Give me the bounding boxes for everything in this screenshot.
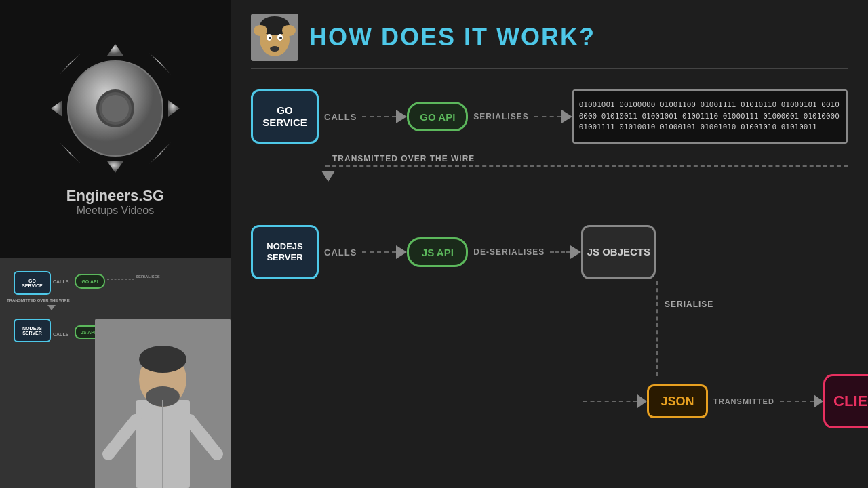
svg-point-30 <box>270 46 279 52</box>
js-api-box: JS API <box>407 237 468 267</box>
slide-title: HOW DOES IT WORK? <box>309 23 595 52</box>
binary-text: 01001001 00100000 01001100 01001111 0101… <box>579 100 841 134</box>
vert-dashed-serialise <box>656 281 658 376</box>
mini-transmitted: TRANSMITTED OVER THE WIRE <box>7 298 70 302</box>
logo-area: Engineers.SG Meetups Videos <box>0 0 231 258</box>
dashed-pre-json <box>583 401 637 402</box>
serialises-label: SERIALISES <box>473 112 528 121</box>
slide-panel: HOW DOES IT WORK? GOSERVICE CALLS GO API… <box>231 0 868 488</box>
go-api-box: GO API <box>407 102 468 131</box>
go-service-label: GOSERVICE <box>262 104 307 129</box>
svg-marker-7 <box>149 53 171 75</box>
mini-go-service: GOSERVICE <box>14 271 51 295</box>
calls-label-1: CALLS <box>324 112 357 122</box>
jackie-icon <box>251 14 298 61</box>
json-box: JSON <box>647 384 708 418</box>
svg-marker-4 <box>60 53 81 75</box>
diagram: GOSERVICE CALLS GO API SERIALISES 010010… <box>251 83 848 462</box>
serialise-label: SERIALISE <box>665 300 713 309</box>
mini-nodejs: NODEJSSERVER <box>14 319 51 342</box>
presenter-figure <box>95 319 231 488</box>
js-objects-box: JS OBJECTS <box>581 225 656 279</box>
mini-serialises <box>107 279 134 280</box>
svg-marker-3 <box>168 100 180 117</box>
down-arrow-wire <box>321 171 335 182</box>
calls-label-2: CALLS <box>324 247 357 258</box>
arrow-to-client <box>814 394 823 408</box>
mini-calls-label: CALLS <box>53 279 68 284</box>
mini-go-api: GO API <box>75 274 105 289</box>
mini-calls2: CALLS <box>53 332 68 337</box>
json-label: JSON <box>660 394 694 409</box>
jackie-svg <box>251 14 298 61</box>
transmitted-label: TRANSMITTED OVER THE WIRE <box>332 154 475 163</box>
brand-name: Engineers.SG <box>66 187 164 205</box>
horiz-dashed-wire <box>326 165 848 167</box>
dashed-pre-client <box>780 401 814 402</box>
video-area: GOSERVICE CALLS GO API SERIALISES TRANSM… <box>0 258 231 488</box>
mini-serialises-label: SERIALISES <box>136 274 160 279</box>
presenter-svg <box>95 319 231 488</box>
serialise-row: JSON TRANSMITTED CLIENT <box>583 374 868 428</box>
svg-marker-0 <box>107 44 123 56</box>
arrow-4 <box>570 245 581 259</box>
client-box: CLIENT <box>823 374 868 428</box>
client-label: CLIENT <box>833 392 868 410</box>
arrow-2 <box>561 110 572 123</box>
deserialises-label: DE-SERIALISES <box>473 247 545 257</box>
go-service-box: GOSERVICE <box>251 89 319 144</box>
svg-point-28 <box>269 37 271 39</box>
svg-marker-1 <box>107 161 123 173</box>
dashed-line-1 <box>362 116 396 117</box>
nodejs-box: NODEJSSERVER <box>251 225 319 279</box>
binary-box: 01001001 00100000 01001100 01001111 0101… <box>572 89 848 144</box>
mini-dashed2 <box>53 338 72 338</box>
arrow-1 <box>396 110 407 123</box>
svg-point-24 <box>254 25 267 36</box>
brand-sub: Meetups Videos <box>77 205 154 217</box>
svg-point-29 <box>279 37 282 39</box>
js-api-label: JS API <box>422 247 454 258</box>
dashed-line-2 <box>534 116 561 117</box>
dashed-line-3 <box>362 251 396 253</box>
video-overlay: GOSERVICE CALLS GO API SERIALISES TRANSM… <box>0 258 231 488</box>
left-panel: Engineers.SG Meetups Videos GOSERVICE CA… <box>0 0 231 488</box>
nodejs-label: NODEJSSERVER <box>267 241 302 262</box>
dashed-line-4 <box>550 251 570 253</box>
transmitted-label-row: TRANSMITTED <box>713 397 774 405</box>
svg-point-16 <box>139 346 186 373</box>
arrow-to-json <box>637 394 647 408</box>
go-api-label: GO API <box>420 111 455 123</box>
mini-horiz-dashed <box>47 304 170 304</box>
svg-point-11 <box>102 95 129 122</box>
svg-marker-6 <box>60 142 81 164</box>
header-divider <box>251 68 848 69</box>
svg-marker-2 <box>51 100 62 117</box>
svg-point-25 <box>282 25 296 36</box>
row1: GOSERVICE CALLS GO API SERIALISES 010010… <box>251 89 848 144</box>
row2: NODEJSSERVER CALLS JS API DE-SERIALISES … <box>251 225 848 279</box>
mini-down-arrow <box>47 305 56 310</box>
mini-dashed <box>53 285 73 285</box>
arrow-3 <box>396 245 407 259</box>
gear-icon <box>47 41 183 176</box>
slide-header: HOW DOES IT WORK? <box>251 14 848 61</box>
js-objects-label: JS OBJECTS <box>587 246 650 258</box>
svg-marker-5 <box>149 142 171 164</box>
